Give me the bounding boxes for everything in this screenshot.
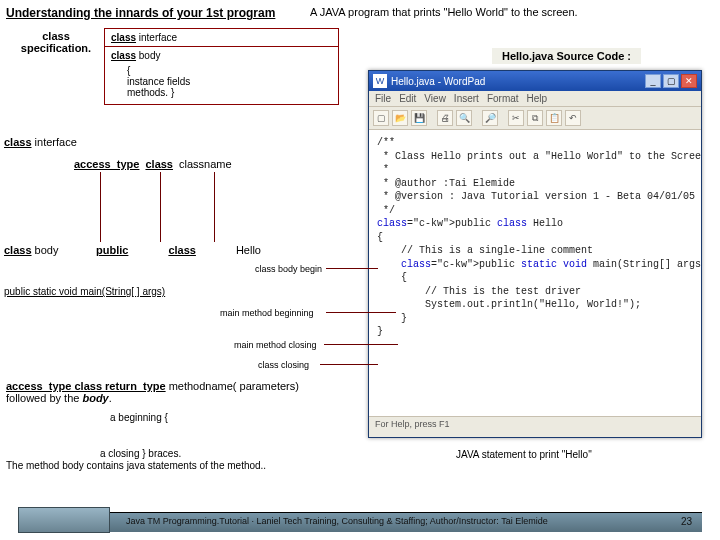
spec-row-body: class body	[105, 47, 338, 63]
wordpad-titlebar: W Hello.java - WordPad _ ▢ ✕	[369, 71, 701, 91]
class-interface-heading: class interface	[4, 136, 77, 148]
footer-text: Java TM Programming.Tutorial · Laniel Te…	[126, 516, 548, 526]
class-spec-label: class specification.	[12, 30, 100, 54]
a-closing-brace: a closing } braces.	[100, 448, 181, 459]
wordpad-app-icon: W	[373, 74, 387, 88]
new-icon[interactable]: ▢	[373, 110, 389, 126]
method-body-note: The method body contains java statements…	[6, 460, 266, 471]
footer-bar: Java TM Programming.Tutorial · Laniel Te…	[18, 512, 702, 532]
wordpad-menubar: File Edit View Insert Format Help	[369, 91, 701, 107]
classname-hello: Hello	[236, 244, 261, 256]
label-class-body-begin: class body begin	[255, 264, 322, 274]
arrow-class	[160, 172, 161, 242]
pattern-class-kw: class	[145, 158, 173, 170]
main-signature: public static void main(String[ ] args)	[4, 286, 165, 297]
label-main-close: main method closing	[234, 340, 317, 350]
menu-view[interactable]: View	[424, 93, 446, 104]
page-subtitle: A JAVA program that prints "Hello World"…	[310, 6, 578, 18]
maximize-button[interactable]: ▢	[663, 74, 679, 88]
method-pattern-body: body	[82, 392, 108, 404]
spec-row-members: { instance fields methods. }	[105, 63, 338, 104]
page-title: Understanding the innards of your 1st pr…	[6, 6, 275, 20]
label-main-begin: main method beginning	[220, 308, 314, 318]
class-spec-box: class interface class body { instance fi…	[104, 28, 339, 105]
line-cclose	[320, 364, 378, 365]
page-number: 23	[681, 516, 692, 527]
kw-class: class	[4, 244, 32, 256]
kw-class: class	[4, 136, 32, 148]
wordpad-title-text: Hello.java - WordPad	[391, 76, 645, 87]
java-statement-caption: JAVA statement to print "Hello"	[456, 449, 592, 460]
line-cbbegin	[326, 268, 378, 269]
menu-edit[interactable]: Edit	[399, 93, 416, 104]
spec-row-interface: class interface	[105, 29, 338, 47]
line-mmbegin	[326, 312, 396, 313]
label-class-close: class closing	[258, 360, 309, 370]
pattern-classname: classname	[179, 158, 232, 170]
find-icon[interactable]: 🔎	[482, 110, 498, 126]
close-button[interactable]: ✕	[681, 74, 697, 88]
method-pattern: access_type class return_type methodname…	[6, 380, 336, 404]
txt-body: body	[32, 244, 59, 256]
cut-icon[interactable]: ✂	[508, 110, 524, 126]
menu-insert[interactable]: Insert	[454, 93, 479, 104]
paste-icon[interactable]: 📋	[546, 110, 562, 126]
menu-help[interactable]: Help	[527, 93, 548, 104]
txt-body: body	[136, 50, 160, 61]
txt-interface: interface	[32, 136, 77, 148]
a-beginning-brace: a beginning {	[110, 412, 168, 423]
footer-logo-block	[18, 507, 110, 533]
kw-class: class	[111, 50, 136, 61]
source-code-label: Hello.java Source Code :	[492, 48, 641, 64]
wordpad-toolbar: ▢ 📂 💾 🖨 🔍 🔎 ✂ ⧉ 📋 ↶	[369, 107, 701, 130]
kw-class: class	[168, 244, 196, 256]
undo-icon[interactable]: ↶	[565, 110, 581, 126]
arrow-access	[100, 172, 101, 242]
txt-interface: interface	[136, 32, 177, 43]
method-pattern-keywords: access_type class return_type	[6, 380, 166, 392]
method-pattern-dot: .	[109, 392, 112, 404]
class-interface-pattern: access_type class classname	[74, 158, 232, 170]
menu-file[interactable]: File	[375, 93, 391, 104]
pattern-access-type: access_type	[74, 158, 139, 170]
public-class-hello: public class Hello	[96, 244, 261, 256]
wordpad-editor[interactable]: /** * Class Hello prints out a "Hello Wo…	[369, 130, 701, 416]
copy-icon[interactable]: ⧉	[527, 110, 543, 126]
print-icon[interactable]: 🖨	[437, 110, 453, 126]
wordpad-statusbar: For Help, press F1	[369, 416, 701, 431]
class-body-heading: class body	[4, 244, 58, 256]
arrow-name	[214, 172, 215, 242]
save-icon[interactable]: 💾	[411, 110, 427, 126]
kw-class: class	[111, 32, 136, 43]
wordpad-window: W Hello.java - WordPad _ ▢ ✕ File Edit V…	[368, 70, 702, 438]
minimize-button[interactable]: _	[645, 74, 661, 88]
menu-format[interactable]: Format	[487, 93, 519, 104]
open-icon[interactable]: 📂	[392, 110, 408, 126]
line-mmclose	[324, 344, 398, 345]
kw-public: public	[96, 244, 128, 256]
preview-icon[interactable]: 🔍	[456, 110, 472, 126]
